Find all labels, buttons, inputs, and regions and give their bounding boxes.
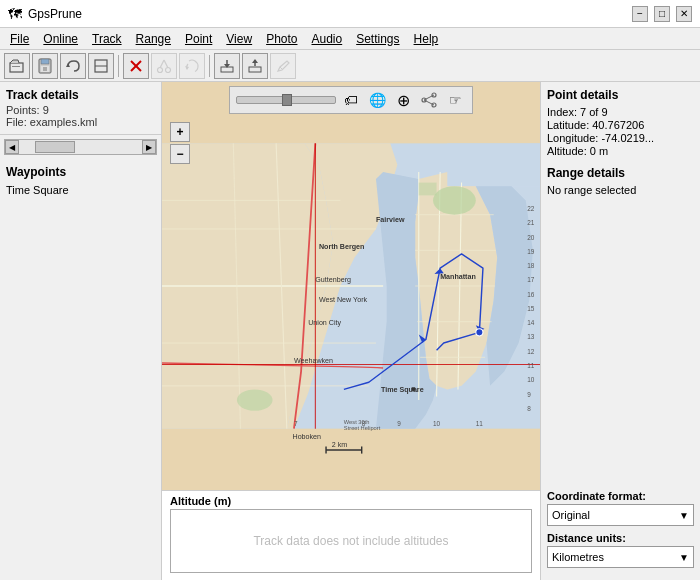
- svg-rect-52: [419, 183, 437, 196]
- svg-rect-19: [249, 67, 261, 72]
- toolbar-import[interactable]: [214, 53, 240, 79]
- toolbar-delete[interactable]: [123, 53, 149, 79]
- svg-point-51: [237, 389, 273, 410]
- map-zoom-thumb[interactable]: [282, 94, 292, 106]
- toolbar-draw[interactable]: [270, 53, 296, 79]
- app-title: GpsPrune: [28, 7, 82, 21]
- svg-text:West 30th: West 30th: [344, 419, 370, 425]
- menu-photo[interactable]: Photo: [260, 31, 303, 47]
- toolbar-sep-1: [118, 55, 119, 77]
- svg-text:Weehawken: Weehawken: [294, 357, 333, 365]
- toolbar-save[interactable]: [32, 53, 58, 79]
- range-details-section: Range details No range selected: [547, 166, 694, 197]
- svg-text:Guttenberg: Guttenberg: [315, 276, 351, 284]
- left-panel: Track details Points: 9 File: examples.k…: [0, 82, 162, 580]
- svg-rect-1: [12, 66, 20, 67]
- svg-text:20: 20: [527, 234, 535, 241]
- svg-point-50: [433, 186, 476, 215]
- scroll-right-arrow[interactable]: ▶: [142, 140, 156, 154]
- toolbar-undo[interactable]: [60, 53, 86, 79]
- menu-audio[interactable]: Audio: [305, 31, 348, 47]
- svg-marker-15: [185, 66, 189, 70]
- map-globe-btn[interactable]: 🌐: [366, 89, 388, 111]
- minimize-button[interactable]: −: [632, 6, 648, 22]
- point-altitude: Altitude: 0 m: [547, 145, 694, 157]
- altitude-panel: Altitude (m) Track data does not include…: [162, 490, 540, 580]
- altitude-chart: Track data does not include altitudes: [170, 509, 532, 573]
- menu-point[interactable]: Point: [179, 31, 218, 47]
- svg-rect-93: [412, 387, 416, 391]
- svg-text:14: 14: [527, 319, 535, 326]
- svg-text:North Bergen: North Bergen: [319, 243, 365, 251]
- title-bar-controls: − □ ✕: [632, 6, 692, 22]
- svg-line-13: [160, 60, 164, 68]
- svg-rect-3: [41, 59, 49, 64]
- map-tag-btn[interactable]: 🏷: [340, 89, 362, 111]
- svg-text:22: 22: [527, 205, 535, 212]
- track-details-title: Track details: [6, 88, 155, 102]
- maximize-button[interactable]: □: [654, 6, 670, 22]
- coord-format-label: Coordinate format:: [547, 490, 694, 502]
- menu-bar: File Online Track Range Point View Photo…: [0, 28, 700, 50]
- coord-format-select[interactable]: Original ▼: [547, 504, 694, 526]
- map-container: 🏷 🌐 ⊕ ☞ + −: [162, 82, 540, 580]
- toolbar-edit[interactable]: [88, 53, 114, 79]
- map-cursor-btn[interactable]: ☞: [444, 89, 466, 111]
- scroll-thumb[interactable]: [35, 141, 75, 153]
- menu-track[interactable]: Track: [86, 31, 128, 47]
- menu-view[interactable]: View: [220, 31, 258, 47]
- track-details: Track details Points: 9 File: examples.k…: [0, 82, 161, 135]
- point-latitude: Latitude: 40.767206: [547, 119, 694, 131]
- close-button[interactable]: ✕: [676, 6, 692, 22]
- toolbar-rotate[interactable]: [179, 53, 205, 79]
- coordinate-format-section: Coordinate format: Original ▼ Distance u…: [547, 490, 694, 574]
- svg-text:Street Heliport: Street Heliport: [344, 425, 381, 431]
- point-details-title: Point details: [547, 88, 694, 102]
- svg-text:11: 11: [476, 420, 484, 427]
- toolbar-export[interactable]: [242, 53, 268, 79]
- altitude-no-data: Track data does not include altitudes: [253, 534, 448, 548]
- svg-text:18: 18: [527, 262, 535, 269]
- map-zoom-slider[interactable]: [236, 96, 336, 104]
- point-longitude: Longitude: -74.0219...: [547, 132, 694, 144]
- map-viewport[interactable]: 22 21 20 19 18 17 16 15 14 13 12 11 10 9…: [162, 82, 540, 490]
- title-bar-left: 🗺 GpsPrune: [8, 6, 82, 22]
- svg-text:9: 9: [397, 420, 401, 427]
- map-zoom-buttons: + −: [170, 122, 190, 164]
- scroll-left-arrow[interactable]: ◀: [5, 140, 19, 154]
- distance-units-select[interactable]: Kilometres ▼: [547, 546, 694, 568]
- track-scroll[interactable]: ◀ ▶: [4, 139, 157, 155]
- map-share-btn[interactable]: [418, 89, 440, 111]
- svg-text:West New York: West New York: [319, 296, 368, 304]
- toolbar-sep-2: [209, 55, 210, 77]
- zoom-out-button[interactable]: −: [170, 144, 190, 164]
- menu-file[interactable]: File: [4, 31, 35, 47]
- svg-text:11: 11: [527, 362, 535, 369]
- toolbar-open[interactable]: [4, 53, 30, 79]
- svg-line-27: [424, 100, 434, 105]
- menu-range[interactable]: Range: [130, 31, 177, 47]
- map-toolbar: 🏷 🌐 ⊕ ☞: [229, 86, 473, 114]
- svg-line-14: [164, 60, 168, 68]
- svg-point-12: [166, 67, 171, 72]
- menu-help[interactable]: Help: [408, 31, 445, 47]
- svg-text:7: 7: [294, 420, 298, 427]
- menu-settings[interactable]: Settings: [350, 31, 405, 47]
- waypoint-item[interactable]: Time Square: [6, 183, 155, 197]
- menu-online[interactable]: Online: [37, 31, 84, 47]
- svg-text:17: 17: [527, 276, 535, 283]
- app-icon: 🗺: [8, 6, 22, 22]
- svg-rect-5: [43, 67, 47, 71]
- zoom-in-button[interactable]: +: [170, 122, 190, 142]
- main-area: Track details Points: 9 File: examples.k…: [0, 82, 700, 580]
- map-crosshair-btn[interactable]: ⊕: [392, 89, 414, 111]
- svg-rect-0: [10, 63, 23, 72]
- svg-line-26: [424, 95, 434, 100]
- svg-text:Time Square: Time Square: [381, 386, 424, 394]
- svg-text:16: 16: [527, 291, 535, 298]
- distance-units-arrow: ▼: [679, 552, 689, 563]
- svg-point-58: [476, 329, 483, 336]
- toolbar-cut[interactable]: [151, 53, 177, 79]
- svg-text:Hoboken: Hoboken: [293, 433, 322, 441]
- track-file: File: examples.kml: [6, 116, 155, 128]
